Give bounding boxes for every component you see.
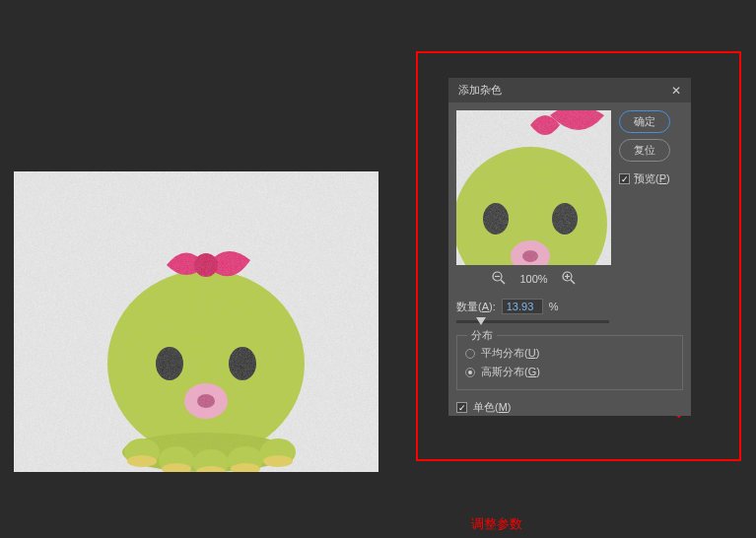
reset-button[interactable]: 复位	[619, 139, 670, 162]
annotation-caption: 调整参数	[471, 515, 522, 533]
uniform-radio[interactable]	[465, 349, 475, 359]
gaussian-radio[interactable]	[465, 368, 475, 377]
uniform-radio-row[interactable]: 平均分布(U)	[465, 344, 674, 363]
uniform-label: 平均分布(U)	[481, 346, 539, 361]
dialog-titlebar: 添加杂色 ✕	[448, 78, 691, 102]
svg-rect-26	[456, 110, 611, 265]
preview-checkbox[interactable]: ✓	[619, 173, 630, 184]
svg-line-31	[571, 280, 575, 284]
monochrome-checkbox[interactable]: ✓	[456, 402, 467, 413]
distribution-group-label: 分布	[467, 328, 497, 343]
slider-thumb[interactable]	[476, 317, 486, 325]
preview-label: 预览(P)	[634, 171, 670, 186]
gaussian-radio-row[interactable]: 高斯分布(G)	[465, 363, 674, 381]
zoom-out-icon[interactable]	[492, 271, 506, 287]
amount-label: 数量(A):	[456, 300, 496, 314]
ok-button[interactable]: 确定	[619, 110, 670, 133]
svg-rect-18	[14, 171, 378, 472]
gaussian-label: 高斯分布(G)	[481, 365, 540, 379]
amount-input[interactable]	[502, 299, 543, 314]
monochrome-label: 单色(M)	[473, 400, 512, 415]
preview-thumbnail[interactable]	[456, 110, 611, 265]
svg-line-28	[501, 280, 505, 284]
zoom-in-icon[interactable]	[562, 271, 576, 287]
add-noise-dialog: 添加杂色 ✕ 确定 复位	[448, 78, 691, 416]
amount-slider[interactable]	[456, 320, 609, 323]
zoom-level: 100%	[519, 273, 547, 285]
main-canvas-image	[14, 171, 378, 472]
distribution-group: 分布 平均分布(U) 高斯分布(G)	[456, 335, 683, 390]
dialog-title-text: 添加杂色	[458, 83, 502, 98]
close-icon[interactable]: ✕	[671, 84, 681, 98]
amount-unit: %	[549, 301, 559, 312]
